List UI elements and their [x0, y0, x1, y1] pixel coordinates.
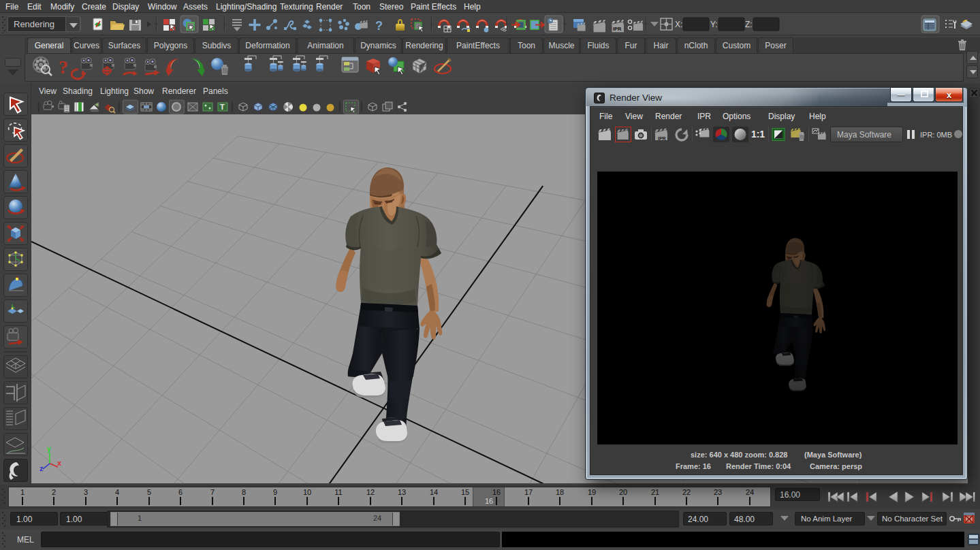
svg-text:?: ?	[59, 56, 68, 78]
svg-text:?: ?	[375, 19, 383, 33]
svg-text:z: z	[39, 464, 44, 472]
svg-text:y: y	[47, 444, 52, 453]
svg-text:Y:: Y:	[710, 20, 718, 29]
svg-text:Z:: Z:	[745, 20, 753, 29]
svg-text:X:: X:	[675, 20, 682, 29]
svg-text:x: x	[57, 459, 62, 467]
svg-text:T: T	[220, 103, 225, 111]
svg-text:IPR: IPR	[658, 136, 666, 141]
svg-text:IPR: IPR	[613, 26, 622, 32]
